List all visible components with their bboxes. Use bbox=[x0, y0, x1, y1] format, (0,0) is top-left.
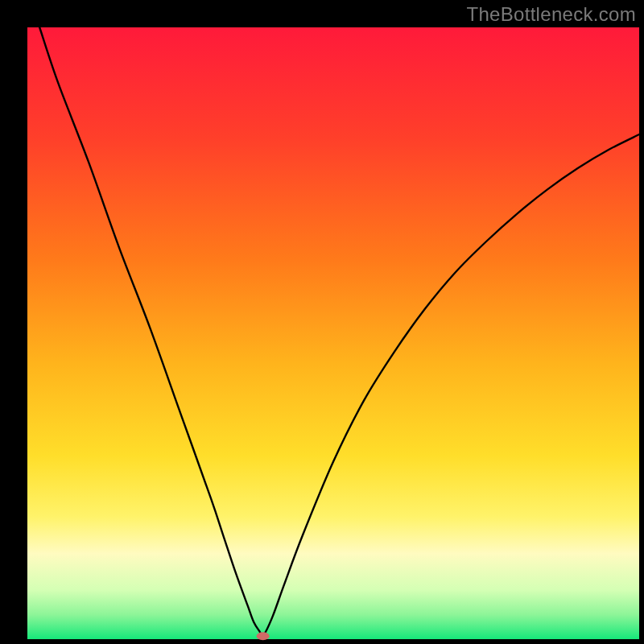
chart-frame: TheBottleneck.com bbox=[0, 0, 644, 644]
plot-area bbox=[27, 27, 639, 639]
watermark-label: TheBottleneck.com bbox=[466, 3, 636, 26]
optimum-marker bbox=[257, 632, 270, 640]
bottleneck-curve-plot bbox=[0, 0, 644, 644]
